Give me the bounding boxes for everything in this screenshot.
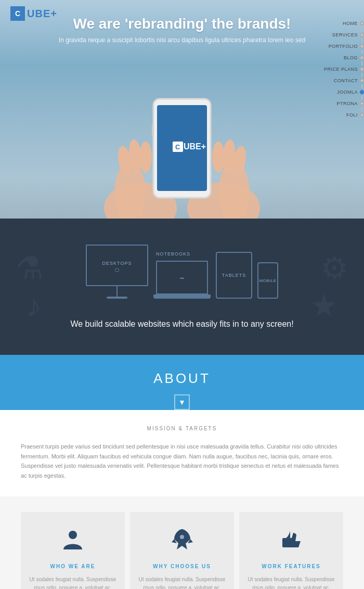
phone-hands-container: C UBE+ (99, 73, 265, 219)
laptop-screen: ▬ (156, 261, 208, 294)
nav-item-priceplans[interactable]: PRICE PLANS (324, 67, 364, 72)
mobile-label: MOBILE (259, 278, 276, 283)
svg-rect-12 (152, 125, 154, 135)
nav-item-joomla[interactable]: JOOMLA (332, 89, 364, 95)
mission-text: Praesent turpis pede varius sed tincidun… (21, 442, 343, 481)
hands-phone-svg: C UBE+ (99, 73, 265, 219)
device-laptop: NOTEBOOKS ▬ (153, 261, 211, 299)
mission-title: MISSION & TARGETS (21, 426, 343, 431)
nav-line (361, 27, 362, 31)
nav-item-contact[interactable]: CONTACT (332, 78, 364, 83)
mobile-body: MOBILE (257, 262, 278, 299)
logo-text: UBE+ (27, 8, 57, 20)
logo-letter: C (15, 9, 20, 18)
logo[interactable]: C UBE+ (10, 6, 57, 21)
svg-point-9 (212, 142, 225, 173)
monitor-label: DESKTOPS (102, 261, 132, 266)
nav-dot-home (360, 21, 364, 25)
about-section: ABOUT ▼ (0, 355, 364, 410)
nav-dot-ptrona (360, 101, 364, 106)
nav-dot-blog (360, 56, 364, 60)
nav-item-services[interactable]: SERVICES (332, 32, 364, 37)
nav-item-home[interactable]: HOME (332, 21, 364, 26)
nav-line2 (361, 39, 362, 43)
monitor-screen: DESKTOPS (86, 245, 148, 286)
svg-rect-18 (282, 538, 287, 547)
nav-line4 (361, 61, 362, 66)
work-features-icon (247, 528, 335, 556)
about-arrow-button[interactable]: ▼ (174, 394, 190, 410)
who-we-are-icon (29, 528, 117, 556)
monitor-dot (115, 268, 119, 272)
feature-title-work: WORK FEATURES (247, 564, 335, 569)
device-mobile: MOBILE (257, 262, 278, 299)
nav-line7 (361, 96, 362, 100)
laptop-base (153, 294, 211, 299)
nav-dot-priceplans (360, 67, 364, 71)
monitor-base (107, 297, 127, 299)
about-title: ABOUT (0, 370, 364, 387)
nav-item-ptrona[interactable]: PTRONA (332, 101, 364, 106)
nav-line6 (361, 84, 362, 88)
svg-text:UBE+: UBE+ (184, 142, 206, 151)
feature-text-who: Ut sodales feugiat nulla. Suspendisse ri… (29, 575, 117, 589)
right-nav: HOME SERVICES PORTFOLIO BLOG PRICE PLANS… (324, 21, 364, 118)
laptop-label: NOTEBOOKS (156, 251, 190, 257)
feature-text-work: Ut sodales feugiat nulla. Suspendisse ri… (247, 575, 335, 589)
nav-dot-portfolio (360, 44, 364, 48)
nav-dot-foli (360, 113, 364, 117)
features-section: WHO WE ARE Ut sodales feugiat nulla. Sus… (0, 496, 364, 589)
svg-point-16 (69, 531, 77, 539)
header: C UBE+ (0, 0, 364, 27)
feature-title-why: WHY CHOOSE US (138, 564, 226, 569)
devices-tagline: We build scalable websites which easily … (10, 309, 354, 344)
mission-section: MISSION & TARGETS Praesent turpis pede v… (0, 410, 364, 496)
nav-line5 (361, 73, 362, 77)
svg-point-4 (139, 142, 152, 173)
nav-item-blog[interactable]: BLOG (332, 55, 364, 60)
svg-point-17 (180, 535, 184, 539)
hero-section: We are 'rebranding' the brands! In gravi… (0, 0, 364, 219)
tablet-label: TABLETS (222, 273, 246, 278)
nav-line3 (361, 50, 362, 54)
devices-row: DESKTOPS NOTEBOOKS ▬ TABLETS (10, 239, 354, 309)
tablet-body: TABLETS (216, 252, 252, 299)
nav-item-foli[interactable]: FOLI (332, 112, 364, 118)
feature-card-work: WORK FEATURES Ut sodales feugiat nulla. … (239, 512, 343, 589)
arrow-down-icon: ▼ (178, 398, 186, 406)
devices-section: ⚗ ⚙ ♪ ★ DESKTOPS NOTEBOOKS ▬ (0, 219, 364, 355)
nav-dot-joomla (360, 90, 364, 94)
why-choose-icon (138, 528, 226, 556)
device-desktop: DESKTOPS (86, 245, 148, 299)
svg-text:C: C (175, 143, 180, 151)
feature-title-who: WHO WE ARE (29, 564, 117, 569)
feature-text-why: Ut sodales feugiat nulla. Suspendisse ri… (138, 575, 226, 589)
device-tablet: TABLETS (216, 252, 252, 299)
nav-item-portfolio[interactable]: PORTFOLIO (329, 44, 364, 49)
nav-dot-services (360, 33, 364, 37)
logo-box: C (10, 6, 25, 21)
nav-line8 (361, 107, 362, 111)
feature-card-why: WHY CHOOSE US Ut sodales feugiat nulla. … (130, 512, 234, 589)
nav-dot-contact (360, 79, 364, 83)
hero-subtitle: In gravida neque a suscipit lobortis nis… (0, 36, 364, 44)
feature-card-who: WHO WE ARE Ut sodales feugiat nulla. Sus… (21, 512, 125, 589)
monitor-stand (116, 286, 118, 297)
